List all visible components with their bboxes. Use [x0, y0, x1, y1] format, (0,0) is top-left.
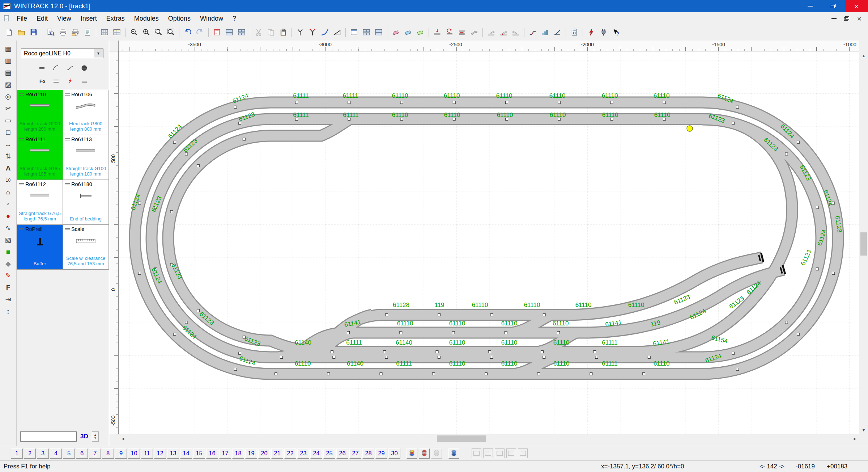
- part-cell-ro61112[interactable]: Ro61112Straight track G76,5 length 76,5 …: [17, 180, 63, 225]
- signal-marker[interactable]: [687, 126, 693, 131]
- library-grid-button[interactable]: ▦: [2, 43, 15, 55]
- gray-area-tool-button[interactable]: ◆: [2, 258, 15, 270]
- menu-item-help[interactable]: ?: [228, 13, 241, 24]
- text-tool-button[interactable]: A: [2, 162, 15, 174]
- green-area-tool-button[interactable]: ■: [2, 246, 15, 258]
- page-tab-21[interactable]: 21: [271, 448, 283, 459]
- minimize-button[interactable]: [799, 0, 822, 12]
- print-selection-button[interactable]: [69, 27, 81, 38]
- library-rows-button[interactable]: ▤: [2, 67, 15, 79]
- page-tab-12[interactable]: 12: [154, 448, 166, 459]
- catalog-select[interactable]: Roco geoLINE H0 ▼: [21, 49, 103, 58]
- page-tab-29[interactable]: 29: [375, 448, 387, 459]
- page-tab-26[interactable]: 26: [336, 448, 348, 459]
- height-bars-button[interactable]: [539, 27, 551, 38]
- menu-item-extras[interactable]: Extras: [102, 13, 129, 24]
- wave-tool-button[interactable]: ∿: [2, 222, 15, 234]
- scroll-down-button[interactable]: ▼: [859, 426, 868, 434]
- page-tab-30[interactable]: 30: [388, 448, 400, 459]
- paste-button[interactable]: [277, 27, 289, 38]
- layers-manager-button[interactable]: [448, 448, 459, 459]
- zoom-out-button[interactable]: [128, 27, 140, 38]
- calculator-button[interactable]: [569, 27, 580, 38]
- tile-vertical-button[interactable]: [236, 27, 247, 38]
- page-tab-9[interactable]: 9: [115, 448, 127, 459]
- new-button[interactable]: [3, 27, 15, 38]
- page-tab-14[interactable]: 14: [180, 448, 192, 459]
- horizontal-scroll-thumb[interactable]: [437, 435, 486, 442]
- menu-item-window[interactable]: Window: [195, 13, 228, 24]
- restore-button[interactable]: [822, 0, 845, 12]
- insert-point-button[interactable]: [485, 27, 497, 38]
- signal-tool-button[interactable]: ●: [2, 210, 15, 222]
- gradient-button[interactable]: [331, 27, 343, 38]
- height-curve-button[interactable]: [552, 27, 563, 38]
- number-tool-button[interactable]: 10: [2, 174, 15, 186]
- cut-tool-button[interactable]: ✂: [2, 102, 15, 114]
- parts-list-button[interactable]: [99, 27, 110, 38]
- page-tab-28[interactable]: 28: [362, 448, 374, 459]
- page-tab-15[interactable]: 15: [193, 448, 205, 459]
- vertical-tool-button[interactable]: ↕: [2, 305, 15, 317]
- mdi-close-button[interactable]: ×: [854, 14, 865, 23]
- window-cascade-button[interactable]: [373, 27, 384, 38]
- zoom-window-button[interactable]: [153, 27, 164, 38]
- flip-track-button[interactable]: [456, 27, 468, 38]
- chart-tool-button[interactable]: ▧: [2, 234, 15, 246]
- library-hatch-button[interactable]: ▨: [2, 79, 15, 90]
- power-button[interactable]: [586, 27, 597, 38]
- track-plan-canvas[interactable]: 6111161111611106111061110611106111061110…: [119, 51, 859, 434]
- window-list-button[interactable]: [361, 27, 372, 38]
- delete-track-button[interactable]: [390, 27, 401, 38]
- page-tab-13[interactable]: 13: [167, 448, 179, 459]
- part-cell-ro61111[interactable]: Ro61111Straight track G185 length 185 mm: [17, 135, 63, 180]
- rotate-track-button[interactable]: [444, 27, 455, 38]
- close-button[interactable]: ×: [845, 0, 868, 12]
- price-list-button[interactable]: [111, 27, 123, 38]
- small-part-tool-button[interactable]: ▭: [2, 114, 15, 126]
- print-preview-button[interactable]: [45, 27, 56, 38]
- page-tab-2[interactable]: 2: [24, 448, 36, 459]
- library-list-button[interactable]: ▥: [2, 55, 15, 67]
- page-tab-10[interactable]: 10: [128, 448, 140, 459]
- menu-item-insert[interactable]: Insert: [76, 13, 102, 24]
- context-help-button[interactable]: ?: [610, 27, 622, 38]
- page-tab-20[interactable]: 20: [258, 448, 270, 459]
- swap-tool-button[interactable]: ⇅: [2, 150, 15, 162]
- box-tool-button[interactable]: □: [2, 126, 15, 138]
- page-tab-19[interactable]: 19: [245, 448, 257, 459]
- bedding-tool-button[interactable]: [78, 76, 90, 87]
- page-tab-25[interactable]: 25: [323, 448, 335, 459]
- flex-track-tool-button[interactable]: [64, 63, 76, 74]
- flex-tool-button[interactable]: F: [2, 282, 15, 294]
- straight-track-tool-button[interactable]: [36, 63, 48, 74]
- electric-tool-button[interactable]: [64, 76, 76, 87]
- save-button[interactable]: [28, 27, 39, 38]
- page-tab-7[interactable]: 7: [89, 448, 101, 459]
- menu-item-file[interactable]: File: [12, 13, 32, 24]
- draw-curve-button[interactable]: [319, 27, 331, 38]
- part-cell-ro61106[interactable]: Ro61106Flex track G800 length 800 mm: [63, 90, 109, 135]
- threed-button[interactable]: 3D: [80, 433, 89, 440]
- end-tool-button[interactable]: ⇥: [2, 294, 15, 305]
- part-cell-ro61110[interactable]: Ro61110Straight track G200 length 200 mm: [17, 90, 63, 135]
- insert-point-marked-button[interactable]: [498, 27, 509, 38]
- scroll-right-button[interactable]: ►: [851, 434, 859, 443]
- spinner-control[interactable]: ▲▼: [92, 431, 99, 442]
- track-plan[interactable]: 6111161111611106111061110611106111061110…: [119, 51, 859, 434]
- tile-horizontal-button[interactable]: [224, 27, 235, 38]
- join-track-button[interactable]: [468, 27, 480, 38]
- open-button[interactable]: [16, 27, 27, 38]
- menu-item-options[interactable]: Options: [163, 13, 195, 24]
- page-tab-4[interactable]: 4: [50, 448, 62, 459]
- stretch-tool-button[interactable]: ↔: [2, 138, 15, 150]
- mdi-restore-button[interactable]: [841, 14, 852, 23]
- menu-item-view[interactable]: View: [52, 13, 76, 24]
- page-tab-24[interactable]: 24: [310, 448, 322, 459]
- part-filter-input[interactable]: [20, 431, 77, 442]
- scroll-left-button[interactable]: ◄: [119, 434, 127, 443]
- undo-button[interactable]: [182, 27, 193, 38]
- dot-tool-button[interactable]: ◦: [2, 198, 15, 210]
- vertical-scrollbar[interactable]: ▲ ▼: [859, 51, 868, 434]
- page-tab-23[interactable]: 23: [297, 448, 309, 459]
